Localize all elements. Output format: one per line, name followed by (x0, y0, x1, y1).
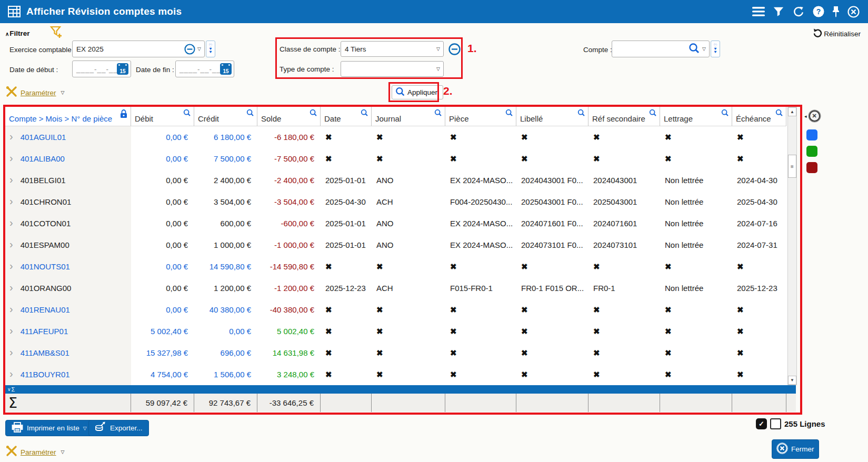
expand-chevron-icon[interactable]: › (9, 282, 13, 293)
table-row[interactable]: ›411AFEUP015 002,40 €0,00 €5 002,40 €✖✖✖… (5, 320, 796, 342)
account-cell[interactable]: ›401ORANG00 (5, 277, 131, 299)
account-cell[interactable]: ›401BELGI01 (5, 169, 131, 191)
dropdown-arrow-icon[interactable]: ▽ (702, 46, 706, 52)
column-header[interactable]: Date (321, 107, 372, 126)
account-cell[interactable]: ›401NOUTS01 (5, 256, 131, 277)
column-search-icon[interactable] (183, 109, 191, 117)
expand-chevron-icon[interactable]: › (9, 304, 13, 314)
compte-input[interactable]: ▽ (612, 41, 710, 57)
parametrer-link-bottom[interactable]: Paramétrer ▽ (5, 445, 67, 459)
expand-chevron-icon[interactable]: › (9, 260, 13, 271)
column-header[interactable]: Échéance (732, 107, 786, 126)
minus-circle-icon[interactable] (184, 44, 195, 55)
account-code[interactable]: 401ALIBA00 (21, 154, 65, 163)
column-header[interactable]: Lettrage (660, 107, 732, 126)
calendar-icon[interactable]: 15 (117, 63, 128, 75)
table-row[interactable]: ›401CHRON010,00 €3 504,00 €-3 504,00 €20… (5, 191, 796, 213)
funnel-plus-icon[interactable] (49, 25, 63, 41)
column-header[interactable]: Solde (257, 107, 321, 126)
column-header[interactable]: Débit (131, 107, 194, 126)
vertical-scrollbar[interactable]: ▲ ≡ ▼ (787, 107, 797, 385)
table-row[interactable]: ›401NOUTS010,00 €14 590,80 €-14 590,80 €… (5, 256, 796, 277)
lines-checkbox-empty[interactable] (770, 418, 781, 429)
account-cell[interactable]: ›401RENAU01 (5, 299, 131, 320)
column-search-icon[interactable] (310, 109, 317, 117)
account-code[interactable]: 411BOUYR01 (21, 370, 70, 379)
account-code[interactable]: 401COTON01 (21, 219, 71, 228)
print-list-button[interactable]: Imprimer en liste ▽ (5, 420, 93, 436)
expand-chevron-icon[interactable]: › (9, 325, 13, 336)
close-button[interactable]: Fermer (772, 439, 819, 459)
account-code[interactable]: 401CHRON01 (21, 197, 72, 206)
scroll-up-icon[interactable]: ▲ (788, 107, 796, 116)
table-row[interactable]: ›411BOUYR014 754,00 €1 506,00 €3 248,00 … (5, 364, 796, 385)
scroll-down-icon[interactable]: ▼ (788, 376, 796, 385)
expand-chevron-icon[interactable]: › (9, 153, 13, 163)
column-search-icon[interactable] (577, 109, 585, 117)
expand-chevron-icon[interactable]: › (9, 217, 13, 228)
account-code[interactable]: 411AMB&S01 (21, 348, 69, 357)
legend-color-swatch[interactable] (806, 162, 817, 173)
account-code[interactable]: 401BELGI01 (21, 176, 66, 185)
column-search-icon[interactable] (246, 109, 254, 117)
column-header[interactable]: Pièce (445, 107, 516, 126)
column-header[interactable]: Crédit (194, 107, 257, 126)
account-code[interactable]: 401ORANG00 (21, 284, 72, 293)
table-row[interactable]: ›401RENAU010,00 €40 380,00 €-40 380,00 €… (5, 299, 796, 320)
help-icon[interactable]: ? (813, 6, 824, 17)
filter-section-toggle[interactable]: ∧Filtrer (5, 29, 30, 37)
parametrer-link-top[interactable]: Paramétrer ▽ (5, 85, 67, 100)
column-search-icon[interactable] (361, 109, 368, 117)
filter-icon[interactable] (773, 6, 784, 17)
account-code[interactable]: 401AGUIL01 (21, 133, 66, 142)
account-cell[interactable]: ›401AGUIL01 (5, 126, 131, 148)
collapse-panel-icon[interactable]: ◂ (804, 114, 807, 119)
dropdown-arrow-icon[interactable]: ▽ (436, 46, 440, 52)
column-search-icon[interactable] (649, 109, 657, 117)
expand-chevron-icon[interactable]: › (9, 174, 13, 185)
date-fin-input[interactable]: ____-__-__ 15 (175, 61, 234, 77)
dropdown-arrow-icon[interactable]: ▽ (197, 46, 201, 52)
reset-filters-button[interactable]: Réinitialiser (813, 28, 861, 39)
dropdown-arrow-icon[interactable]: ▽ (61, 449, 65, 455)
refresh-icon[interactable] (792, 6, 805, 17)
column-search-icon[interactable] (505, 109, 513, 117)
lines-checkbox-checked[interactable]: ✓ (756, 418, 767, 429)
column-header[interactable]: Libellé (516, 107, 588, 126)
compte-selector-icon[interactable]: ♡♥♥ (711, 41, 720, 57)
table-row[interactable]: ›401COTON010,00 €600,00 €-600,00 €2025-0… (5, 213, 796, 234)
account-cell[interactable]: ›401COTON01 (5, 213, 131, 234)
calendar-icon[interactable]: 15 (220, 63, 232, 75)
account-cell[interactable]: ›401ESPAM00 (5, 234, 131, 256)
exercice-selector-icon[interactable]: ♡♥♥ (206, 41, 215, 57)
account-code[interactable]: 411AFEUP01 (21, 327, 68, 336)
type-select[interactable]: ▽ (341, 61, 444, 77)
account-cell[interactable]: ›411BOUYR01 (5, 364, 131, 385)
account-code[interactable]: 401ESPAM00 (21, 240, 69, 249)
classe-select[interactable]: 4 Tiers ▽ (341, 41, 444, 57)
expand-chevron-icon[interactable]: › (9, 196, 13, 206)
date-debut-input[interactable]: ____-__-__ 15 (72, 61, 131, 77)
expand-chevron-icon[interactable]: › (9, 131, 13, 142)
column-search-icon[interactable] (775, 109, 783, 117)
sum-bar[interactable]: ∨Σ (5, 385, 796, 394)
expand-chevron-icon[interactable]: › (9, 239, 13, 249)
column-header[interactable]: Compte > Mois > N° de pièce (5, 107, 131, 126)
table-row[interactable]: ›401ORANG000,00 €1 200,00 €-1 200,00 €20… (5, 277, 796, 299)
legend-color-swatch[interactable] (806, 146, 817, 157)
close-window-icon[interactable] (847, 6, 860, 18)
export-button[interactable]: Exporter... (88, 420, 149, 436)
column-search-icon[interactable] (434, 109, 442, 117)
pin-icon[interactable] (832, 6, 840, 17)
panel-close-icon[interactable]: ✕ (809, 111, 820, 122)
legend-color-swatch[interactable] (806, 129, 817, 140)
dropdown-arrow-icon[interactable]: ▽ (61, 90, 65, 95)
account-cell[interactable]: ›401ALIBA00 (5, 148, 131, 169)
exercice-select[interactable]: EX 2025 ▽ (72, 41, 205, 57)
menu-icon[interactable] (752, 7, 765, 16)
column-header[interactable]: Réf secondaire (588, 107, 660, 126)
table-row[interactable]: ›401AGUIL010,00 €6 180,00 €-6 180,00 €✖✖… (5, 126, 796, 148)
account-cell[interactable]: ›411AMB&S01 (5, 342, 131, 364)
table-row[interactable]: ›401BELGI010,00 €2 400,00 €-2 400,00 €20… (5, 169, 796, 191)
table-row[interactable]: ›411AMB&S0115 327,98 €696,00 €14 631,98 … (5, 342, 796, 364)
